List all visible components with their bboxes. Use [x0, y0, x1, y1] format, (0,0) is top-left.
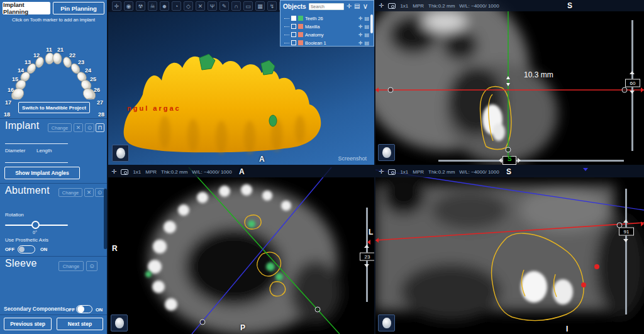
rotation-handle[interactable]: [622, 87, 628, 93]
tooth-marker-23[interactable]: 23: [78, 59, 84, 65]
delete-icon[interactable]: ✕: [196, 1, 205, 11]
abutment-delete-icon[interactable]: ✕: [84, 188, 94, 197]
tooth-marker-28[interactable]: 28: [98, 111, 104, 118]
pen-icon[interactable]: ✎: [219, 1, 229, 11]
tooth-marker-27[interactable]: 27: [97, 99, 103, 106]
objects-search-input[interactable]: [309, 3, 344, 10]
move-panel-icon[interactable]: ✛: [347, 3, 352, 9]
skull-icon[interactable]: ☠: [148, 1, 157, 11]
orientation-head-thumbnail[interactable]: [112, 145, 129, 162]
orientation-head-thumbnail[interactable]: [378, 144, 395, 161]
color-swatch[interactable]: [298, 32, 303, 37]
object-menu-icon[interactable]: ▤: [364, 40, 369, 46]
slice-number-box[interactable]: 60: [625, 79, 640, 87]
rotation-slider-knob[interactable]: [31, 221, 40, 229]
rotation-handle[interactable]: [388, 87, 394, 93]
object-row-maxilla[interactable]: Maxilla ✛ ▤: [282, 23, 369, 30]
mode-value[interactable]: MPR: [145, 169, 157, 175]
camera-icon[interactable]: ◉: [124, 1, 133, 11]
mode-value[interactable]: MPR: [413, 3, 424, 9]
sleeve-visibility-eye-icon[interactable]: ⊙: [86, 261, 97, 271]
layout-value[interactable]: 1x1: [400, 3, 408, 9]
tooth-marker-26[interactable]: 26: [94, 87, 100, 93]
view-axial-slice[interactable]: ✛ 1x1 MPR Thk:0.2 mm W/L: ~4000/ 1000 A …: [108, 166, 374, 334]
nerve-icon[interactable]: Ψ: [208, 1, 217, 11]
object-row-boolean[interactable]: Boolean 1 ✛ ▤: [282, 39, 369, 47]
layout-value[interactable]: 1x1: [400, 169, 408, 175]
tooth-icon[interactable]: ◇: [184, 1, 193, 11]
mode-value[interactable]: MPR: [413, 169, 424, 175]
object-menu-icon[interactable]: ▤: [364, 24, 369, 30]
tab-pin-planning[interactable]: Pin Planning: [53, 2, 104, 14]
tooth-marker-25[interactable]: 25: [90, 76, 96, 82]
tooth-marker-12[interactable]: 12: [33, 52, 40, 58]
tooth-marker-15[interactable]: 15: [12, 76, 18, 82]
slider-up-arrow[interactable]: [364, 245, 369, 248]
rotation-handle[interactable]: [315, 307, 321, 313]
object-row-teeth[interactable]: Teeth 26 ✛ ▤: [282, 14, 369, 22]
move-object-icon[interactable]: ✛: [358, 16, 363, 21]
orientation-head-thumbnail[interactable]: [378, 315, 395, 331]
rotation-handle[interactable]: [200, 320, 206, 325]
switch-mandible-button[interactable]: Switch to Mandible Project: [18, 102, 90, 113]
move-view-icon[interactable]: ✛: [111, 169, 116, 175]
pan-right-arrow[interactable]: [518, 158, 521, 163]
slider-up-arrow[interactable]: [623, 220, 628, 223]
tooth-marker-21[interactable]: 21: [57, 47, 64, 53]
pan-slider-track[interactable]: [438, 160, 624, 162]
collapse-chevron-icon[interactable]: ∨: [363, 3, 369, 10]
bridge-icon[interactable]: ∩: [231, 1, 241, 11]
visibility-checkbox[interactable]: [291, 16, 296, 21]
next-step-button[interactable]: Next step: [57, 318, 103, 330]
tooth-marker-11[interactable]: 11: [46, 47, 52, 53]
move-view-icon[interactable]: ✛: [379, 169, 384, 175]
secondary-components-toggle[interactable]: [76, 305, 92, 313]
tooth-marker-13[interactable]: 13: [25, 59, 31, 65]
screenshot-view-icon[interactable]: [121, 169, 128, 175]
move-object-icon[interactable]: ✛: [358, 24, 363, 30]
visibility-checkbox[interactable]: [291, 40, 296, 45]
window-level-value[interactable]: W/L: ~4000/ 1000: [459, 3, 499, 9]
implant-delete-icon[interactable]: ✕: [74, 123, 83, 132]
tooth-marker-14[interactable]: 14: [18, 67, 24, 74]
sidebar-scrollbar[interactable]: [104, 189, 107, 249]
tooth-marker-17[interactable]: 17: [5, 99, 11, 106]
objects-scrollbar[interactable]: [370, 14, 373, 33]
pan-icon[interactable]: ✛: [112, 1, 121, 11]
image-icon[interactable]: ▦: [255, 1, 265, 11]
color-swatch[interactable]: [298, 16, 303, 21]
tooth-arch-diagram[interactable]: 11 12 13 14 15 16 17 18 21 22 23 24 25 2…: [0, 23, 107, 99]
pan-left-arrow[interactable]: [499, 158, 502, 163]
screenshot-view-icon[interactable]: [388, 3, 396, 9]
slider-down-arrow[interactable]: [364, 264, 369, 267]
layout-value[interactable]: 1x1: [133, 169, 141, 175]
view-coronal-slice[interactable]: ✛ 1x1 MPR Thk:0.2 mm W/L: ~4000/ 1000 S …: [375, 0, 644, 165]
slider-up-arrow[interactable]: [630, 71, 635, 74]
move-object-icon[interactable]: ✛: [358, 40, 363, 46]
window-level-value[interactable]: W/L: ~4000/ 1000: [192, 169, 231, 175]
sleeve-change-button[interactable]: Change: [58, 261, 84, 271]
move-object-icon[interactable]: ✛: [358, 32, 363, 38]
thickness-value[interactable]: Thk:0.2 mm: [161, 169, 187, 175]
orientation-head-thumbnail[interactable]: [111, 315, 128, 331]
color-swatch[interactable]: [298, 24, 303, 29]
rotation-handle[interactable]: [506, 147, 511, 153]
slice-slider-track[interactable]: [625, 189, 627, 315]
object-row-anatomy[interactable]: Anatomy ✛ ▤: [282, 31, 369, 38]
tooth-marker-22[interactable]: 22: [69, 52, 75, 58]
slice-number-box[interactable]: 23: [360, 253, 374, 261]
list-options-icon[interactable]: ▤: [354, 3, 360, 9]
volume-render-icon[interactable]: ☢: [136, 1, 145, 11]
tab-implant-planning[interactable]: Implant Planning: [3, 2, 50, 14]
view-sagittal-slice[interactable]: ✛ 1x1 MPR Thk:0.2 mm W/L: ~4000/ 1000 S …: [375, 166, 644, 334]
move-view-icon[interactable]: ✛: [379, 3, 384, 9]
orientation-icon[interactable]: ◔: [172, 1, 181, 11]
head-icon[interactable]: ☻: [160, 1, 169, 11]
previous-step-button[interactable]: Previous step: [4, 318, 52, 330]
tooth-marker-24[interactable]: 24: [85, 67, 91, 74]
window-level-value[interactable]: W/L: ~4000/ 1000: [459, 169, 499, 175]
implant-visibility-eye-icon[interactable]: ⊙: [85, 123, 94, 132]
color-swatch[interactable]: [298, 40, 303, 45]
abutment-visibility-eye-icon[interactable]: ⊙: [95, 188, 104, 197]
implant-lock-icon[interactable]: ⊓: [96, 123, 104, 132]
